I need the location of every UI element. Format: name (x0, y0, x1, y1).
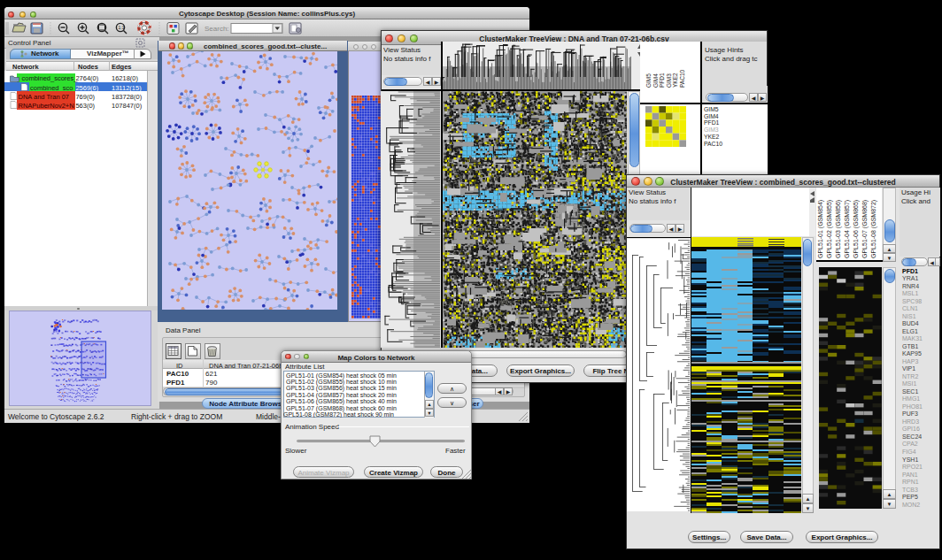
svg-text:GPL51-07 (GSM868): GPL51-07 (GSM868) (861, 200, 869, 258)
svg-text:GPL51-04 (GSM857): GPL51-04 (GSM857) (844, 200, 851, 258)
svg-text:PAC10: PAC10 (679, 70, 685, 88)
svg-text:GPL51-02 (GSM855): GPL51-02 (GSM855) (826, 200, 833, 258)
svg-text:YKE2: YKE2 (672, 73, 678, 88)
svg-text:GPL51-03 (GSM856): GPL51-03 (GSM856) (835, 200, 842, 258)
svg-text:GIM5: GIM5 (645, 73, 652, 88)
svg-text:Search:: Search: (205, 25, 229, 33)
svg-text:GPL51-08 (GSM872): GPL51-08 (GSM872) (870, 200, 877, 258)
svg-text:GPL51-06 (GSM865): GPL51-06 (GSM865) (853, 200, 860, 258)
svg-text:GIM4: GIM4 (652, 73, 659, 88)
svg-text:GPL51-01 (GSM854): GPL51-01 (GSM854) (817, 200, 824, 258)
svg-text:GIM3: GIM3 (666, 73, 672, 88)
svg-text:1:1: 1:1 (119, 25, 125, 30)
svg-text:PFD1: PFD1 (659, 73, 665, 88)
